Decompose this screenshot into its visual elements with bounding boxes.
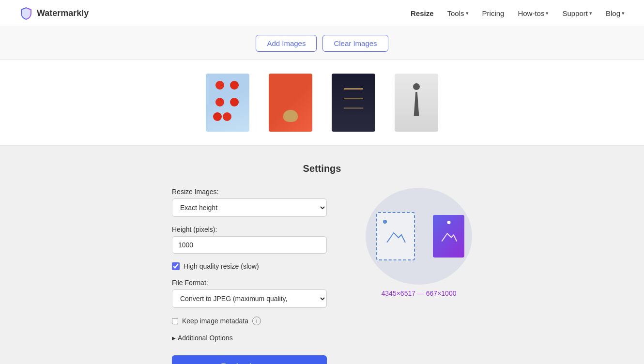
thumbnail-interior[interactable] (332, 74, 375, 132)
mountain-before-icon (385, 229, 406, 243)
preview-circle (366, 188, 472, 285)
nav-pricing[interactable]: Pricing (482, 9, 505, 17)
toolbar: Add Images Clear Images (0, 27, 644, 60)
high-quality-checkbox[interactable] (172, 262, 180, 270)
resize-images-button[interactable]: Resize Images (172, 355, 327, 364)
thumb-image-dog (269, 74, 312, 132)
shield-icon (19, 7, 33, 20)
file-format-group: File Format: Convert to JPEG (maximum qu… (172, 279, 327, 308)
nav-tools[interactable]: Tools ▾ (447, 9, 469, 17)
resize-images-label: Resize Images: (172, 188, 327, 196)
nav-support[interactable]: Support ▾ (562, 9, 592, 17)
brand-logo[interactable]: Watermarkly (19, 7, 89, 20)
clear-images-button[interactable]: Clear Images (322, 35, 388, 52)
triangle-icon: ▶ (172, 335, 176, 341)
additional-options-toggle[interactable]: ▶ Additional Options (172, 334, 327, 342)
info-icon[interactable]: i (252, 317, 261, 325)
nav-links: Resize Tools ▾ Pricing How-tos ▾ Support… (411, 9, 625, 17)
resize-images-select[interactable]: Exact height Exact width Fit within Perc… (172, 198, 327, 217)
chevron-down-icon: ▾ (589, 10, 592, 16)
thumbnail-lanterns[interactable] (206, 74, 249, 132)
brand-name: Watermarkly (37, 8, 89, 18)
file-format-select[interactable]: Convert to JPEG (maximum quality, Conver… (172, 289, 327, 308)
file-format-label: File Format: (172, 279, 327, 287)
preview-dimensions-label: 4345×6517 — 667×1000 (382, 289, 457, 297)
height-input[interactable] (172, 236, 327, 254)
nav-how-tos[interactable]: How-tos ▾ (518, 9, 549, 17)
thumb-image-dancer (395, 74, 438, 132)
image-strip (0, 60, 644, 146)
navbar: Watermarkly Resize Tools ▾ Pricing How-t… (0, 0, 644, 27)
chevron-down-icon: ▾ (546, 10, 549, 16)
preview-before (376, 212, 415, 260)
preview-area: 4345×6517 — 667×1000 (366, 188, 472, 297)
high-quality-label: High quality resize (slow) (184, 262, 259, 270)
thumb-image-interior (332, 74, 375, 132)
circle-dot (383, 220, 387, 224)
settings-title: Settings (0, 163, 644, 174)
nav-resize[interactable]: Resize (411, 9, 434, 17)
settings-form: Resize Images: Exact height Exact width … (172, 188, 327, 364)
settings-section: Settings Resize Images: Exact height Exa… (0, 146, 644, 364)
thumbnail-dog[interactable] (269, 74, 312, 132)
height-label: Height (pixels): (172, 226, 327, 233)
thumbnail-dancer[interactable] (395, 74, 438, 132)
preview-after (433, 215, 464, 258)
dot-after (447, 221, 450, 224)
height-group: Height (pixels): (172, 226, 327, 254)
nav-blog[interactable]: Blog ▾ (606, 9, 625, 17)
chevron-down-icon: ▾ (466, 10, 469, 16)
settings-body: Resize Images: Exact height Exact width … (56, 188, 588, 364)
mountain-after-icon (440, 230, 458, 243)
keep-metadata-label: Keep image metadata (182, 317, 248, 325)
keep-metadata-checkbox[interactable] (172, 318, 178, 324)
chevron-down-icon: ▾ (622, 10, 625, 16)
thumb-image-lanterns (206, 74, 249, 132)
keep-metadata-row: Keep image metadata i (172, 317, 327, 325)
add-images-button[interactable]: Add Images (256, 35, 317, 52)
high-quality-row: High quality resize (slow) (172, 262, 327, 270)
resize-images-group: Resize Images: Exact height Exact width … (172, 188, 327, 217)
